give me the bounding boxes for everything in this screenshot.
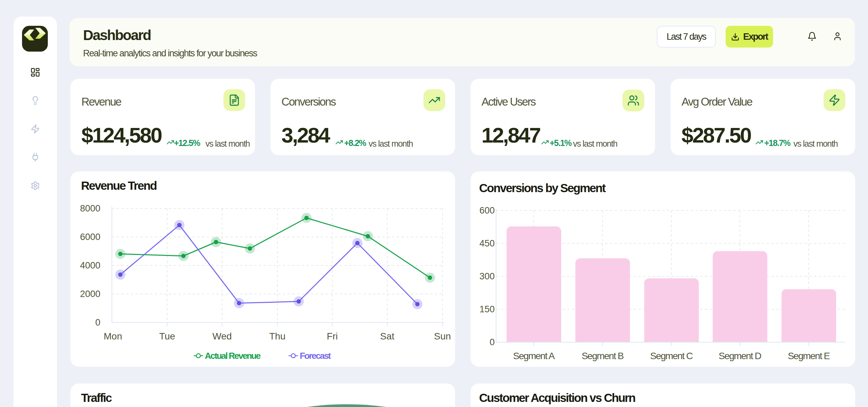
svg-text:Thu: Thu <box>269 331 285 341</box>
svg-text:Segment B: Segment B <box>581 351 624 361</box>
svg-text:0: 0 <box>490 337 495 347</box>
svg-text:0: 0 <box>95 317 100 328</box>
svg-text:Mon: Mon <box>104 331 122 341</box>
svg-text:Tue: Tue <box>159 331 175 341</box>
svg-text:300: 300 <box>479 271 495 281</box>
svg-text:450: 450 <box>479 238 495 248</box>
svg-text:Segment D: Segment D <box>719 351 761 361</box>
svg-text:150: 150 <box>479 304 495 314</box>
svg-text:2000: 2000 <box>80 289 100 299</box>
svg-text:Sun: Sun <box>434 331 451 341</box>
svg-text:Sat: Sat <box>380 331 394 341</box>
svg-text:Segment A: Segment A <box>513 351 555 361</box>
svg-text:Forecast: Forecast <box>300 351 331 361</box>
svg-text:Actual Revenue: Actual Revenue <box>205 351 261 361</box>
svg-text:Segment E: Segment E <box>788 351 830 361</box>
svg-text:4000: 4000 <box>80 260 100 271</box>
svg-text:Wed: Wed <box>212 331 232 341</box>
svg-text:600: 600 <box>479 205 495 216</box>
svg-text:Fri: Fri <box>327 331 338 341</box>
svg-text:8000: 8000 <box>80 203 100 214</box>
svg-text:Segment C: Segment C <box>650 351 693 361</box>
svg-text:6000: 6000 <box>80 232 100 242</box>
